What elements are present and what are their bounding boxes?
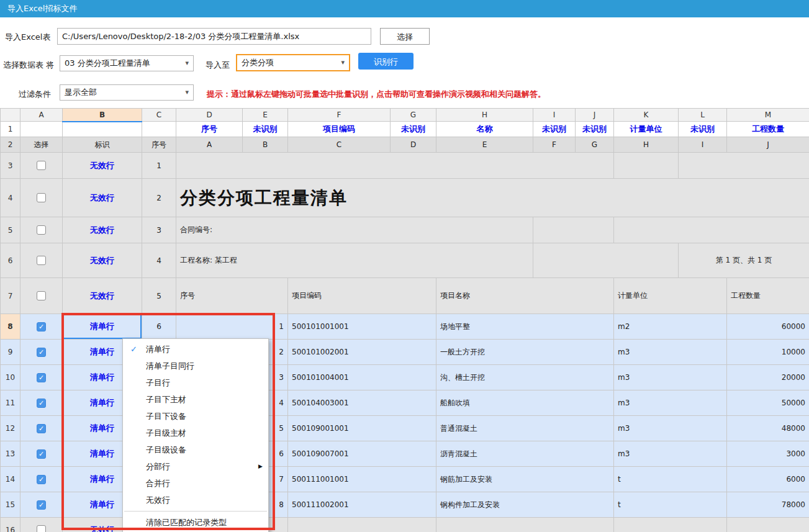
data-cell[interactable]: 20000 [727,365,809,390]
recognized-field-label[interactable]: 工程数量 [727,122,809,137]
data-cell[interactable]: m3 [614,365,727,390]
mark-cell[interactable]: 无效行 [63,217,142,243]
data-cell[interactable]: 50000 [727,390,809,416]
context-menu-item[interactable]: 子目级设备 [123,441,268,458]
column-letter-A[interactable]: A [20,109,63,122]
data-cell[interactable]: m2 [614,314,727,340]
choose-file-button[interactable]: 选择 [380,28,430,45]
recognized-field-label[interactable]: 未识别 [679,122,727,137]
seq-cell[interactable]: 2 [142,179,176,217]
data-cell[interactable]: 工程数量 [727,278,809,314]
context-menu-item[interactable]: 合并行 [123,475,268,492]
mark-cell[interactable]: 无效行 [63,153,142,179]
data-cell[interactable]: 500109007001 [288,441,436,467]
row-checkbox[interactable]: ✓ [37,424,46,433]
data-cell[interactable]: t [614,492,727,518]
row-checkbox[interactable]: ✓ [37,399,46,408]
column-letter-K[interactable]: K [614,109,679,122]
data-cell[interactable]: 500104003001 [288,390,436,416]
row-checkbox[interactable]: ✓ [37,348,46,357]
column-letter-G[interactable]: G [391,109,436,122]
row-header[interactable]: 9 [1,340,20,365]
row-header[interactable]: 14 [1,467,20,492]
data-cell[interactable]: 项目编码 [288,278,436,314]
data-cell[interactable] [614,518,727,532]
data-cell[interactable]: 计量单位 [614,278,727,314]
column-letter-J[interactable]: J [576,109,614,122]
recognized-field-label[interactable]: 未识别 [533,122,576,137]
data-cell[interactable]: 一般土方开挖 [436,340,614,365]
data-cell[interactable]: 第 1 页、共 1 页 [679,243,809,278]
row-header[interactable]: 1 [1,122,20,137]
data-cell[interactable] [614,153,679,179]
data-cell[interactable]: m3 [614,390,727,416]
select-cell[interactable]: ✓ [20,314,63,340]
data-cell[interactable] [533,217,614,243]
data-cell[interactable]: t [614,467,727,492]
row-checkbox[interactable]: ✓ [37,449,46,459]
recognized-field-label[interactable]: 未识别 [243,122,288,137]
recognized-field-label[interactable]: 未识别 [576,122,614,137]
row-header[interactable]: 8 [1,314,20,340]
data-cell[interactable]: 500101002001 [288,340,436,365]
data-cell[interactable] [614,217,809,243]
context-menu-item[interactable]: 分部行▶ [123,458,268,475]
data-cell[interactable] [533,243,679,278]
context-menu-item[interactable]: 清除已匹配的记录类型 [123,514,268,531]
select-cell[interactable]: ✓ [20,365,63,390]
data-cell[interactable]: 沥青混凝土 [436,441,614,467]
select-cell[interactable]: ✓ [20,340,63,365]
row-header[interactable]: 4 [1,179,20,217]
column-letter-H[interactable]: H [436,109,533,122]
data-cell[interactable] [436,518,614,532]
seq-cell[interactable]: 3 [142,217,176,243]
data-cell[interactable]: 3000 [727,441,809,467]
row-checkbox[interactable] [37,525,46,532]
select-cell[interactable] [20,243,63,278]
row-header[interactable]: 2 [1,137,20,153]
row-header[interactable]: 15 [1,492,20,518]
data-cell[interactable]: 项目名称 [436,278,614,314]
data-cell[interactable]: 序号 [176,278,288,314]
context-menu-item[interactable]: 清单子目同行 [123,358,268,374]
data-cell[interactable]: 48000 [727,416,809,441]
data-cell[interactable] [727,518,809,532]
select-cell[interactable]: ✓ [20,441,63,467]
data-cell[interactable]: 500111002001 [288,492,436,518]
data-cell[interactable]: 钢筋加工及安装 [436,467,614,492]
select-cell[interactable]: ✓ [20,467,63,492]
row-checkbox[interactable] [37,291,46,300]
row-checkbox[interactable]: ✓ [37,322,46,331]
seq-cell[interactable]: 6 [142,314,176,340]
row-checkbox[interactable] [37,161,46,170]
data-cell[interactable]: 60000 [727,314,809,340]
context-menu-item[interactable]: 子目级主材 [123,425,268,441]
select-cell[interactable] [20,278,63,314]
recognized-field-label[interactable]: 项目编码 [288,122,391,137]
row-checkbox[interactable] [37,256,46,265]
identify-rows-button[interactable]: 识别行 [358,53,414,70]
sheet-select-dropdown[interactable]: 03 分类分项工程量清单 ▾ [60,55,194,71]
select-cell[interactable]: ✓ [20,416,63,441]
recognized-field-label[interactable]: 名称 [436,122,533,137]
data-cell[interactable]: 场地平整 [436,314,614,340]
column-letter-C[interactable]: C [142,109,176,122]
data-cell[interactable]: 78000 [727,492,809,518]
mark-cell[interactable]: 无效行 [63,278,142,314]
row-header[interactable]: 5 [1,217,20,243]
row-header[interactable]: 13 [1,441,20,467]
row-header[interactable]: 3 [1,153,20,179]
context-menu-item[interactable]: 子目下主材 [123,391,268,408]
row-header[interactable]: 12 [1,416,20,441]
filter-dropdown[interactable]: 显示全部 ▾ [60,84,194,101]
data-cell[interactable] [176,153,614,179]
data-cell[interactable]: 钢构件加工及安装 [436,492,614,518]
row-checkbox[interactable]: ✓ [37,475,46,484]
data-cell[interactable] [288,518,436,532]
column-letter-F[interactable]: F [288,109,391,122]
seq-cell[interactable]: 1 [142,153,176,179]
select-cell[interactable] [20,518,63,532]
row-header[interactable]: 16 [1,518,20,532]
data-cell[interactable]: 合同编号: [176,217,533,243]
data-cell[interactable]: 工程名称: 某工程 [176,243,533,278]
